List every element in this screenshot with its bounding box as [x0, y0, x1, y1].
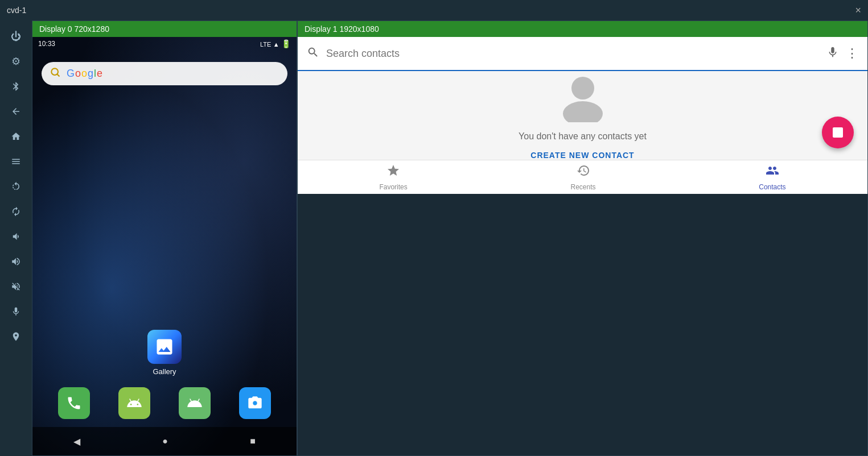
- dock-fdroid-icon[interactable]: [118, 387, 150, 419]
- gallery-label: Gallery: [153, 367, 176, 376]
- display-0-panel: Display 0 720x1280 10:33 LTE ▲ 🔋: [32, 20, 297, 456]
- search-icon: [307, 46, 319, 61]
- favorites-label: Favorites: [379, 183, 407, 191]
- rotate-icon[interactable]: [5, 175, 27, 198]
- recents-icon: [577, 164, 590, 181]
- svg-point-3: [563, 101, 603, 122]
- volume-high-icon[interactable]: [5, 250, 27, 273]
- more-options-icon[interactable]: ⋮: [846, 46, 858, 61]
- main-content: ⏻ ⚙: [0, 20, 868, 456]
- bluetooth-icon[interactable]: [5, 75, 27, 98]
- display-1-content: ⋮ You don't have any con: [298, 37, 867, 455]
- display-0-content[interactable]: 10:33 LTE ▲ 🔋: [32, 37, 297, 455]
- android-dock: [32, 383, 297, 424]
- contacts-icon: [766, 164, 779, 181]
- dock-camera-icon[interactable]: [239, 387, 271, 419]
- contacts-empty-state: You don't have any contacts yet CREATE N…: [298, 71, 867, 160]
- android-screen[interactable]: 10:33 LTE ▲ 🔋: [32, 37, 297, 455]
- refresh-icon[interactable]: [5, 200, 27, 223]
- back-icon[interactable]: [5, 100, 27, 123]
- close-button[interactable]: ×: [855, 5, 861, 16]
- android-top-area: 10:33 LTE ▲ 🔋: [32, 37, 297, 85]
- nav-back-button[interactable]: ◀: [73, 436, 80, 447]
- window-title: cvd-1: [7, 6, 26, 15]
- gallery-icon-box: [147, 330, 182, 364]
- home-icon[interactable]: [5, 125, 27, 148]
- tab-contacts[interactable]: Contacts: [747, 160, 797, 194]
- contacts-search-bar[interactable]: ⋮: [298, 37, 867, 71]
- display-1-header: Display 1 1920x1080: [298, 21, 867, 37]
- power-icon[interactable]: ⏻: [5, 25, 27, 48]
- google-search-bar[interactable]: Google: [42, 62, 287, 85]
- google-search-icon: [50, 67, 61, 81]
- display-1-panel: Display 1 1920x1080: [297, 20, 868, 456]
- favorites-icon: [386, 164, 400, 181]
- nav-home-button[interactable]: ●: [162, 436, 168, 446]
- microphone-icon[interactable]: [5, 300, 27, 323]
- displays-row: Display 0 720x1280 10:33 LTE ▲ 🔋: [32, 20, 868, 456]
- google-logo-text: Google: [67, 68, 103, 80]
- volume-low-icon[interactable]: [5, 225, 27, 248]
- displays-container: Display 0 720x1280 10:33 LTE ▲ 🔋: [32, 20, 868, 456]
- android-navbar: ◀ ● ■: [32, 427, 297, 455]
- title-bar: cvd-1 ×: [0, 0, 868, 20]
- display-0-header: Display 0 720x1280: [32, 21, 297, 37]
- create-contact-button[interactable]: CREATE NEW CONTACT: [530, 151, 634, 160]
- empty-avatar-icon: [557, 71, 608, 122]
- svg-line-1: [57, 74, 60, 77]
- contacts-app: ⋮ You don't have any con: [298, 37, 867, 194]
- voice-search-icon[interactable]: [826, 46, 839, 61]
- tab-favorites[interactable]: Favorites: [368, 160, 418, 194]
- status-time: 10:33: [38, 40, 55, 48]
- fab-add-contact-button[interactable]: [822, 117, 854, 148]
- svg-point-2: [571, 77, 594, 100]
- contacts-label: Contacts: [759, 183, 785, 191]
- sidebar: ⏻ ⚙: [0, 20, 32, 456]
- no-contacts-message: You don't have any contacts yet: [519, 131, 647, 142]
- contacts-app-wrapper: ⋮ You don't have any con: [298, 37, 867, 194]
- recents-label: Recents: [570, 183, 595, 191]
- tab-recents[interactable]: Recents: [559, 160, 607, 194]
- search-contacts-input[interactable]: [326, 48, 820, 60]
- contacts-bottom-nav: Favorites Recents: [298, 160, 867, 194]
- location-icon[interactable]: [5, 325, 27, 348]
- gallery-app-icon[interactable]: Gallery: [147, 330, 182, 376]
- menu-icon[interactable]: [5, 150, 27, 173]
- android-status-bar: 10:33 LTE ▲ 🔋: [32, 37, 297, 51]
- dock-android-icon[interactable]: [179, 387, 211, 419]
- mute-icon[interactable]: [5, 275, 27, 298]
- settings-icon[interactable]: ⚙: [5, 50, 27, 73]
- nav-recents-button[interactable]: ■: [250, 436, 256, 446]
- dock-phone-icon[interactable]: [58, 387, 90, 419]
- status-icons: LTE ▲ 🔋: [260, 39, 291, 48]
